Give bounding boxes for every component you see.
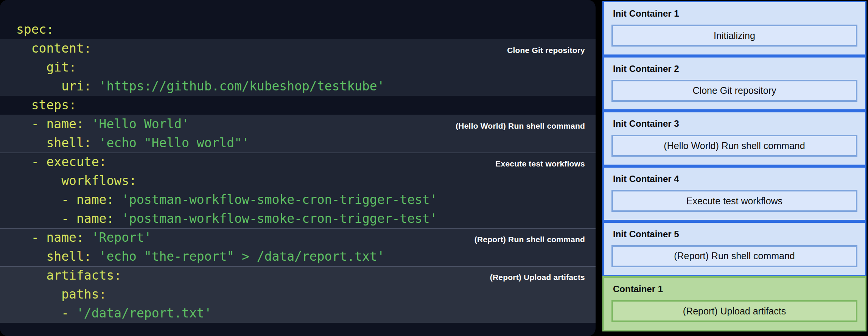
code-line: shell: 'echo "Hello world"'	[0, 134, 596, 152]
yaml-key-token: spec:	[16, 22, 54, 37]
code-line: steps:	[0, 96, 596, 115]
container-card-4: Init Container 4Execute test workflows	[602, 166, 866, 221]
yaml-string-token: 'Hello World'	[92, 117, 189, 131]
container-title: Container 1	[611, 284, 857, 294]
code-line: paths:	[0, 285, 596, 304]
container-status-box: Initializing	[611, 25, 857, 47]
container-card-2: Init Container 2Clone Git repository	[602, 56, 866, 111]
code-section-step-artifacts: (Report) Upload artifacts artifacts: pat…	[0, 266, 596, 323]
yaml-key-token: uri:	[16, 79, 99, 93]
container-card-1: Init Container 1Initializing	[602, 1, 866, 56]
yaml-string-token: '/data/report.txt'	[76, 306, 212, 320]
yaml-key-token: artifacts:	[16, 268, 121, 283]
containers-panel: Init Container 1InitializingInit Contain…	[602, 1, 866, 331]
code-section-step-execute: Execute test workflows - execute: workfl…	[0, 152, 596, 228]
step-label: Execute test workflows	[495, 159, 585, 168]
container-title: Init Container 4	[611, 174, 857, 184]
yaml-key-token: shell:	[16, 249, 99, 264]
code-line: spec:	[0, 20, 596, 39]
yaml-key-token: paths:	[16, 287, 106, 302]
yaml-key-token: - name:	[16, 230, 92, 245]
container-title: Init Container 5	[611, 229, 857, 240]
yaml-key-token: - name:	[16, 117, 92, 131]
code-section-spec: spec:	[0, 20, 596, 39]
yaml-string-token: 'echo "Hello world"'	[99, 135, 249, 150]
yaml-key-token: - name:	[16, 192, 121, 207]
yaml-string-token: 'postman-workflow-smoke-cron-trigger-tes…	[121, 192, 437, 207]
container-status-box: Clone Git repository	[611, 80, 857, 102]
code-section-step-report: (Report) Run shell command - name: 'Repo…	[0, 228, 596, 266]
yaml-key-token: - name:	[16, 211, 121, 226]
code-section-step-hello-world: (Hello World) Run shell command - name: …	[0, 115, 596, 152]
container-card-6: Container 1(Report) Upload artifacts	[602, 276, 866, 331]
code-line: content:	[0, 39, 596, 58]
step-label: (Report) Run shell command	[474, 235, 585, 244]
yaml-key-token: -	[16, 306, 76, 320]
step-label: (Hello World) Run shell command	[456, 121, 585, 131]
container-title: Init Container 1	[611, 8, 857, 19]
code-line: - name: 'postman-workflow-smoke-cron-tri…	[0, 209, 596, 228]
yaml-string-token: 'postman-workflow-smoke-cron-trigger-tes…	[121, 211, 437, 226]
yaml-key-token: git:	[16, 60, 76, 75]
yaml-key-token: content:	[16, 41, 92, 56]
yaml-key-token: workflows:	[16, 173, 137, 188]
code-section-content: Clone Git repository content: git: uri: …	[0, 39, 596, 96]
container-card-3: Init Container 3(Hello World) Run shell …	[602, 111, 866, 166]
step-label: (Report) Upload artifacts	[490, 273, 585, 282]
container-status-box: Execute test workflows	[611, 190, 857, 212]
yaml-string-token: 'Report'	[92, 230, 152, 245]
yaml-editor-panel: spec:Clone Git repository content: git: …	[0, 0, 596, 336]
container-status-box: (Report) Upload artifacts	[611, 300, 857, 322]
container-status-box: (Hello World) Run shell command	[611, 135, 857, 157]
container-title: Init Container 3	[611, 118, 857, 129]
code-section-steps: steps:	[0, 96, 596, 115]
code-line: git:	[0, 58, 596, 77]
yaml-key-token: shell:	[16, 135, 99, 150]
code-line: - '/data/report.txt'	[0, 304, 596, 323]
yaml-string-token: 'echo "the-report" > /data/report.txt'	[99, 249, 385, 264]
yaml-key-token: steps:	[16, 98, 76, 112]
code-line: workflows:	[0, 171, 596, 190]
code-line: uri: 'https://github.com/kubeshop/testku…	[0, 77, 596, 96]
code-line: - name: 'postman-workflow-smoke-cron-tri…	[0, 190, 596, 209]
yaml-key-token: - execute:	[16, 154, 106, 169]
yaml-string-token: 'https://github.com/kubeshop/testkube'	[99, 79, 385, 93]
container-card-5: Init Container 5(Report) Run shell comma…	[602, 221, 866, 277]
container-status-box: (Report) Run shell command	[611, 245, 857, 267]
code-line: shell: 'echo "the-report" > /data/report…	[0, 247, 596, 266]
step-label: Clone Git repository	[507, 46, 585, 55]
container-title: Init Container 2	[611, 64, 857, 74]
